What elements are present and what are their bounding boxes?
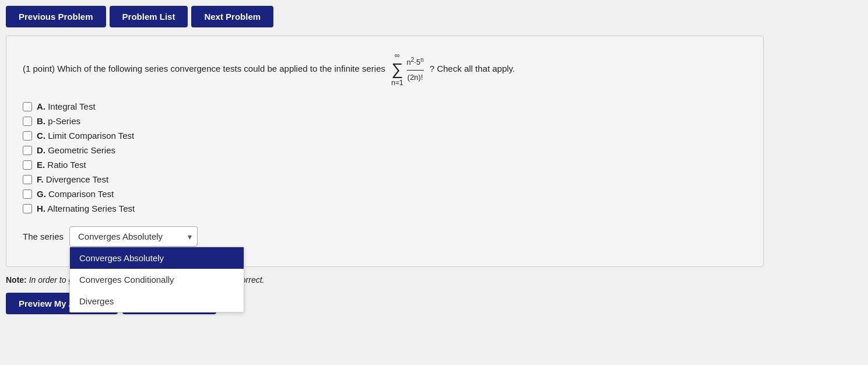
choice-g-label[interactable]: G. Comparison Test bbox=[37, 189, 114, 199]
choice-a: A. Integral Test bbox=[23, 101, 747, 111]
next-problem-button[interactable]: Next Problem bbox=[191, 6, 273, 27]
previous-problem-button[interactable]: Previous Problem bbox=[6, 6, 106, 27]
checkbox-g[interactable] bbox=[23, 189, 32, 199]
convergence-dropdown-wrapper: Converges Absolutely Converges Condition… bbox=[69, 226, 198, 247]
problem-statement: (1 point) Which of the following series … bbox=[23, 50, 747, 89]
sigma-symbol: ∑ bbox=[391, 61, 403, 78]
choice-c: C. Limit Comparison Test bbox=[23, 131, 747, 141]
choice-h: H. Alternating Series Test bbox=[23, 203, 747, 213]
sigma-bottom: n=1 bbox=[391, 78, 403, 89]
note-label: Note: bbox=[6, 275, 27, 285]
dropdown-open-overlay: Converges Absolutely Converges Condition… bbox=[69, 247, 244, 313]
series-numerator: n2·5n bbox=[407, 55, 424, 71]
choice-d-label[interactable]: D. Geometric Series bbox=[37, 145, 115, 155]
point-value: (1 point) bbox=[23, 64, 55, 73]
dropdown-option-diverges[interactable]: Diverges bbox=[70, 290, 244, 312]
choice-b: B. p-Series bbox=[23, 116, 747, 126]
checkbox-d[interactable] bbox=[23, 146, 32, 155]
convergence-select[interactable]: Converges Absolutely Converges Condition… bbox=[69, 226, 198, 247]
choice-c-label[interactable]: C. Limit Comparison Test bbox=[37, 131, 134, 141]
checkbox-c[interactable] bbox=[23, 131, 32, 141]
series-label: The series bbox=[23, 231, 64, 241]
problem-list-button[interactable]: Problem List bbox=[110, 6, 188, 27]
checkbox-e[interactable] bbox=[23, 160, 32, 170]
checkbox-f[interactable] bbox=[23, 175, 32, 184]
series-convergence-row: The series Converges Absolutely Converge… bbox=[23, 226, 747, 247]
question-text: Which of the following series convergenc… bbox=[57, 64, 385, 73]
problem-container: (1 point) Which of the following series … bbox=[6, 36, 764, 267]
choice-f-label[interactable]: F. Divergence Test bbox=[37, 174, 108, 184]
dropdown-option-converges-conditionally[interactable]: Converges Conditionally bbox=[70, 269, 244, 290]
dropdown-option-converges-absolutely[interactable]: Converges Absolutely bbox=[70, 247, 244, 269]
choice-e-label[interactable]: E. Ratio Test bbox=[37, 160, 86, 170]
choice-g: G. Comparison Test bbox=[23, 189, 747, 199]
choice-b-label[interactable]: B. p-Series bbox=[37, 116, 80, 126]
choices-list: A. Integral Test B. p-Series C. Limit Co… bbox=[23, 101, 747, 213]
question-end: ? Check all that apply. bbox=[430, 64, 515, 73]
checkbox-h[interactable] bbox=[23, 204, 32, 213]
choice-h-label[interactable]: H. Alternating Series Test bbox=[37, 203, 135, 213]
choice-a-label[interactable]: A. Integral Test bbox=[37, 101, 96, 111]
top-navigation: Previous Problem Problem List Next Probl… bbox=[6, 6, 862, 27]
checkbox-a[interactable] bbox=[23, 102, 32, 111]
choice-f: F. Divergence Test bbox=[23, 174, 747, 184]
choice-d: D. Geometric Series bbox=[23, 145, 747, 155]
checkbox-b[interactable] bbox=[23, 117, 32, 126]
choice-e: E. Ratio Test bbox=[23, 160, 747, 170]
series-denominator: (2n)! bbox=[407, 71, 423, 84]
